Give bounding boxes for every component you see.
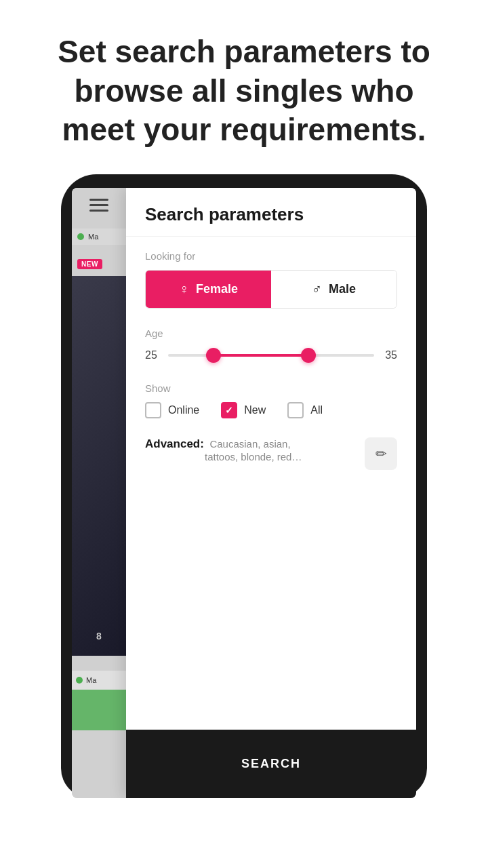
hero-section: Set search parameters to browse all sing… <box>0 0 488 174</box>
advanced-title: Advanced: <box>145 437 204 450</box>
top-user-row: Ma <box>72 229 126 245</box>
online-indicator-2 <box>76 677 83 684</box>
female-button[interactable]: ♀ Female <box>146 271 271 308</box>
sidebar-partial: Ma NEW 8 Ma <box>72 188 126 798</box>
checkbox-online-box[interactable] <box>145 402 161 418</box>
male-button[interactable]: ♂ Male <box>271 271 396 308</box>
panel-content: Looking for ♀ Female ♂ Male Age <box>126 237 416 730</box>
search-panel: Search parameters Looking for ♀ Female ♂… <box>126 188 416 798</box>
checkbox-new-box[interactable] <box>221 402 237 418</box>
search-button[interactable]: SEARCH <box>145 743 397 785</box>
advanced-text: Advanced: Caucasian, asian, tattoos, blo… <box>145 437 354 462</box>
gender-toggle: ♀ Female ♂ Male <box>145 270 397 309</box>
age-range-display: 25 35 <box>145 347 397 363</box>
slider-track <box>168 354 374 357</box>
checkbox-all-box[interactable] <box>287 402 304 418</box>
phone-wrapper: Ma NEW 8 Ma <box>0 174 488 798</box>
checkbox-online-label: Online <box>168 404 199 416</box>
advanced-section: Advanced: Caucasian, asian, tattoos, blo… <box>145 437 397 470</box>
age-slider[interactable] <box>168 347 374 363</box>
phone-outer: Ma NEW 8 Ma <box>61 174 427 798</box>
show-label: Show <box>145 382 397 394</box>
search-button-container: SEARCH <box>126 730 416 798</box>
checkbox-group: Online New All <box>145 402 397 418</box>
age-min-value: 25 <box>145 349 157 361</box>
looking-for-label: Looking for <box>145 250 397 262</box>
card-image <box>72 276 126 656</box>
new-badge: NEW <box>77 259 102 269</box>
advanced-tags-line2: tattoos, blonde, red… <box>145 451 354 462</box>
female-label: Female <box>196 282 238 296</box>
slider-thumb-right[interactable] <box>301 348 316 363</box>
age-max-value: 35 <box>385 349 397 361</box>
checkbox-all[interactable]: All <box>287 402 323 418</box>
slider-thumb-left[interactable] <box>206 348 221 363</box>
panel-title: Search parameters <box>145 204 397 225</box>
advanced-tags: Caucasian, asian, <box>209 438 290 450</box>
checkbox-new-label: New <box>244 404 266 416</box>
number-badge: 8 <box>96 630 102 642</box>
user-name-1: Ma <box>88 233 98 241</box>
checkbox-online[interactable]: Online <box>145 402 199 418</box>
age-label: Age <box>145 328 397 339</box>
slider-fill <box>214 354 308 357</box>
age-section: Age 25 35 <box>145 328 397 363</box>
male-label: Male <box>329 282 356 296</box>
male-symbol: ♂ <box>312 281 322 297</box>
hamburger-icon[interactable] <box>89 199 108 212</box>
edit-button[interactable]: ✏ <box>365 437 397 470</box>
female-symbol: ♀ <box>179 281 189 297</box>
hero-title: Set search parameters to browse all sing… <box>41 33 447 150</box>
edit-icon: ✏ <box>375 446 387 462</box>
show-section: Show Online New <box>145 382 397 418</box>
panel-header: Search parameters <box>126 188 416 237</box>
bottom-user-row: Ma <box>72 671 126 690</box>
green-strip <box>72 690 126 730</box>
online-indicator <box>77 233 84 240</box>
checkbox-new[interactable]: New <box>221 402 266 418</box>
user-name-2: Ma <box>86 676 96 684</box>
phone-screen: Ma NEW 8 Ma <box>72 188 416 798</box>
checkbox-all-label: All <box>310 404 323 416</box>
new-badge-area: NEW <box>77 257 102 269</box>
